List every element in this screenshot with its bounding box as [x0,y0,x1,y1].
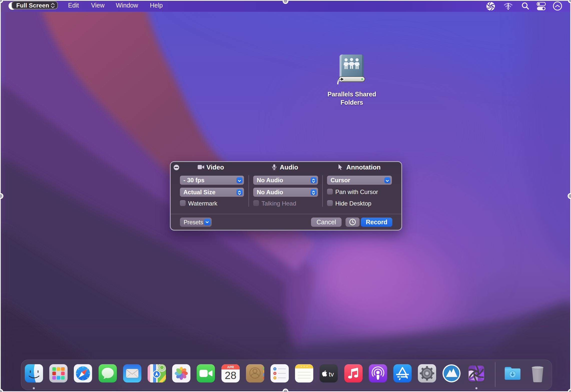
svg-text:28: 28 [225,369,236,381]
svg-text:APR: APR [227,365,234,369]
svg-text:tv: tv [329,370,334,378]
